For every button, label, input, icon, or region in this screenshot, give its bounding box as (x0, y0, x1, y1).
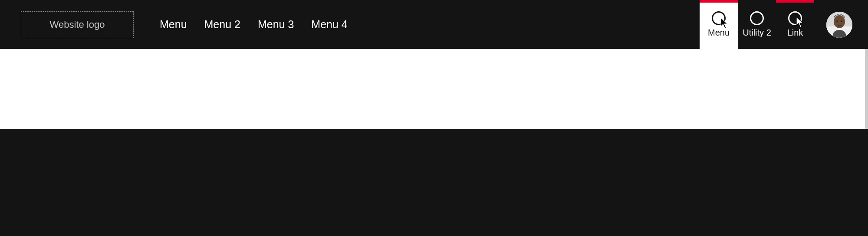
site-header: Website logo Menu Menu 2 Menu 3 Menu 4 M… (0, 0, 868, 49)
header-spacer (348, 0, 700, 49)
circle-icon (750, 11, 764, 25)
utility-label: Menu (708, 28, 730, 38)
content-area (0, 49, 868, 129)
nav-item-1[interactable]: Menu (160, 18, 187, 31)
primary-nav: Menu Menu 2 Menu 3 Menu 4 (160, 0, 348, 49)
utility-item-utility2[interactable]: Utility 2 (738, 0, 776, 49)
footer-area (0, 129, 868, 236)
svg-point-2 (834, 15, 845, 28)
utility-label: Utility 2 (743, 28, 771, 38)
svg-point-3 (836, 20, 838, 22)
nav-item-4[interactable]: Menu 4 (311, 18, 347, 31)
avatar-slot[interactable] (814, 0, 868, 49)
cursor-icon (796, 16, 805, 28)
utility-item-link[interactable]: Link (776, 0, 814, 49)
utility-item-menu[interactable]: Menu (700, 0, 738, 49)
cursor-icon (720, 17, 729, 29)
logo-slot[interactable]: Website logo (21, 0, 134, 49)
svg-point-4 (841, 20, 842, 22)
logo-label: Website logo (50, 19, 105, 30)
utility-nav: Menu Utility 2 Link (700, 0, 814, 49)
nav-item-3[interactable]: Menu 3 (258, 18, 294, 31)
scrollbar-thumb[interactable] (865, 49, 868, 129)
website-logo-placeholder: Website logo (21, 11, 134, 38)
page-root: Website logo Menu Menu 2 Menu 3 Menu 4 M… (0, 0, 868, 236)
nav-item-2[interactable]: Menu 2 (204, 18, 240, 31)
user-avatar (826, 12, 852, 38)
utility-label: Link (787, 28, 803, 38)
